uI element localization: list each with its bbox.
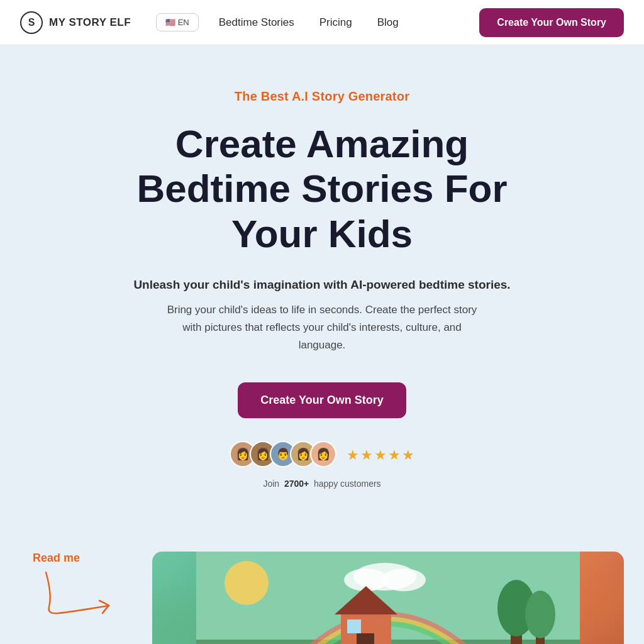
hero-title-line3: Your Kids [231, 212, 413, 255]
svg-rect-12 [357, 633, 374, 644]
read-me-section: Read me [0, 552, 644, 644]
proof-row: 👩 👩 👨 👩 👩 ★ ★ ★ ★ ★ [230, 441, 414, 467]
nav-link-pricing[interactable]: Pricing [319, 16, 352, 29]
hero-tagline: The Best A.I Story Generator [235, 89, 409, 104]
hero-section: The Best A.I Story Generator Create Amaz… [0, 45, 644, 545]
hero-subtitle: Bring your child's ideas to life in seco… [158, 301, 486, 354]
hero-cta-button[interactable]: Create Your Own Story [238, 382, 406, 418]
avatars-group: 👩 👩 👨 👩 👩 [230, 441, 336, 467]
svg-rect-13 [347, 619, 361, 633]
story-preview-card [152, 552, 624, 644]
story-preview-image [152, 552, 624, 644]
hero-title-line2: Bedtime Stories For [136, 167, 507, 210]
logo-link[interactable]: S MY STORY ELF [20, 11, 131, 34]
logo-icon: S [20, 11, 43, 34]
svg-point-9 [382, 569, 426, 591]
nav-cta-button[interactable]: Create Your Own Story [479, 8, 624, 37]
nav-links: Bedtime Stories Pricing Blog [219, 16, 480, 29]
nav-link-blog[interactable]: Blog [377, 16, 399, 29]
svg-point-6 [525, 591, 555, 638]
social-proof: 👩 👩 👨 👩 👩 ★ ★ ★ ★ ★ Join 2700+ happy cus… [230, 441, 414, 489]
star-2: ★ [360, 447, 373, 464]
avatar: 👩 [310, 441, 336, 467]
customer-count-text: Join 2700+ happy customers [263, 479, 380, 489]
nav-link-bedtime-stories[interactable]: Bedtime Stories [219, 16, 294, 29]
brand-name: MY STORY ELF [49, 16, 131, 29]
hero-title-line1: Create Amazing [175, 122, 469, 165]
preview-illustration [152, 552, 624, 644]
hero-title: Create Amazing Bedtime Stories For Your … [136, 121, 507, 256]
hero-subtitle-bold: Unleash your child's imagination with AI… [133, 276, 510, 294]
svg-point-2 [225, 561, 269, 605]
star-4: ★ [388, 447, 401, 464]
star-3: ★ [374, 447, 387, 464]
read-me-label: Read me [33, 552, 80, 565]
star-1: ★ [347, 447, 359, 464]
read-me-arrow-icon [36, 569, 118, 619]
star-5: ★ [402, 447, 414, 464]
navbar: S MY STORY ELF 🇺🇸 EN Bedtime Stories Pri… [0, 0, 644, 45]
star-rating: ★ ★ ★ ★ ★ [347, 447, 414, 464]
language-button[interactable]: 🇺🇸 EN [156, 13, 199, 31]
